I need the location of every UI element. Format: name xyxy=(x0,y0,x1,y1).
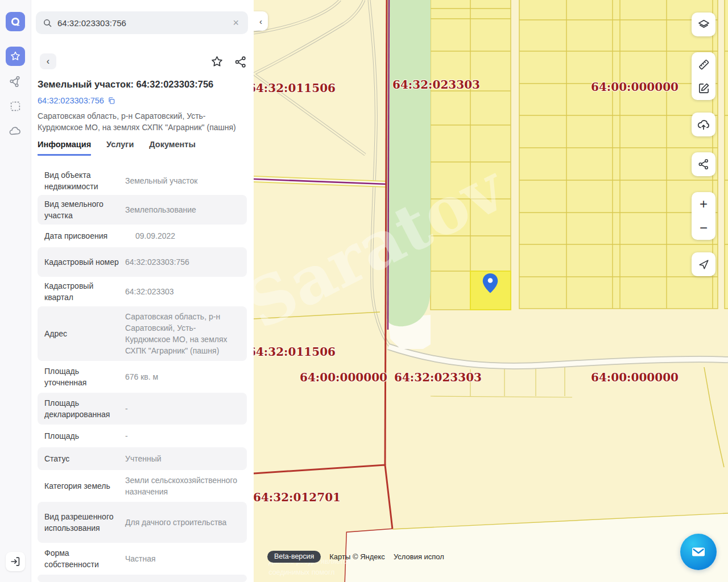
table-row: Вид объекта недвижимости Земельный участ… xyxy=(38,166,247,195)
attributes-table: Вид объекта недвижимости Земельный участ… xyxy=(38,166,247,582)
table-row: Вид земельного участка Землепользование xyxy=(38,195,247,225)
star-icon xyxy=(9,50,22,63)
map-art: Saratov 64:32:011506 64:32:023303 64:00:… xyxy=(254,0,728,582)
unzoned-region xyxy=(345,513,728,582)
row-label: Кадастровый квартал xyxy=(44,280,119,303)
quarter-label: 64:32:011506 xyxy=(254,345,336,359)
map-share-button[interactable] xyxy=(692,152,715,176)
table-row: Дата присвоения 09.09.2022 xyxy=(38,225,247,247)
quarter-label: 64:32:012701 xyxy=(254,490,341,504)
row-label: Вид разрешенного использования xyxy=(44,511,119,534)
tabs: Информация Услуги Документы xyxy=(38,140,196,156)
ruler-button[interactable] xyxy=(692,52,715,76)
terms-link[interactable]: Условия испол xyxy=(394,552,444,561)
quarter-boundaries xyxy=(254,312,724,467)
exit-icon xyxy=(9,555,22,568)
upload-control xyxy=(692,113,715,136)
row-value: 64:32:023303 xyxy=(125,286,240,297)
table-row: Форма собственности Частная xyxy=(38,543,247,575)
row-label: Кадастровый номер xyxy=(44,256,119,268)
cloud-icon xyxy=(9,124,22,138)
collapse-panel-button[interactable]: ‹ xyxy=(254,11,268,31)
tab-documents[interactable]: Документы xyxy=(149,140,196,156)
logo-icon xyxy=(9,15,22,28)
measure-edit-control xyxy=(692,52,715,100)
info-panel: × ‹ Земельный участок: 64:32:023303:756 … xyxy=(31,0,254,582)
search-input[interactable] xyxy=(57,18,230,28)
app-logo[interactable] xyxy=(6,12,25,31)
quarter-label: 64:32:011506 xyxy=(254,81,336,95)
row-label: Вид объекта недвижимости xyxy=(44,169,119,192)
quarter-label: 64:32:023303 xyxy=(392,78,480,92)
row-value: Для дачного строительства xyxy=(125,517,240,528)
zoom-out-glyph: − xyxy=(700,221,708,235)
quarter-label: 64:00:000000 xyxy=(300,371,387,384)
star-outline-icon xyxy=(210,55,224,69)
layers-icon xyxy=(697,18,710,31)
exit-button[interactable] xyxy=(6,552,25,571)
cloud-upload-icon xyxy=(697,118,710,131)
quarter-label: 64:32:023303 xyxy=(394,371,482,384)
zoom-in-button[interactable]: + xyxy=(692,192,715,216)
row-value: Земли сельскохозяйственного назначения xyxy=(125,475,240,497)
chat-button[interactable] xyxy=(680,534,717,570)
clear-search-icon[interactable]: × xyxy=(230,16,241,29)
header-actions xyxy=(209,54,248,69)
row-value: 09.09.2022 xyxy=(135,230,240,242)
cadastral-number-link[interactable]: 64:32:023303:756 xyxy=(38,96,115,105)
row-value: 64:32:023303:756 xyxy=(125,256,240,268)
tab-services[interactable]: Услуги xyxy=(106,140,134,156)
edit-icon xyxy=(697,82,710,95)
row-label: Адрес xyxy=(44,328,119,339)
row-value: Частная xyxy=(125,553,240,564)
share-button[interactable] xyxy=(233,54,248,69)
edit-button[interactable] xyxy=(692,76,715,100)
row-label: Дата присвоения xyxy=(44,230,130,242)
page-title: Земельный участок: 64:32:023303:756 xyxy=(38,79,248,90)
cadastral-number-text: 64:32:023303:756 xyxy=(38,96,104,105)
table-row: Кадастровый номер 64:32:023303:756 xyxy=(38,247,247,277)
cadastral-map-app: × ‹ Земельный участок: 64:32:023303:756 … xyxy=(0,0,728,582)
table-row: Категория земель Земли сельскохозяйствен… xyxy=(38,470,247,502)
favorite-button[interactable] xyxy=(209,54,225,69)
copy-icon[interactable] xyxy=(107,97,115,105)
table-row: Статус Учтенный xyxy=(38,447,247,470)
sidebar-item-cloud[interactable] xyxy=(6,122,25,141)
zoom-out-button[interactable]: − xyxy=(692,216,715,240)
left-rail xyxy=(0,0,31,582)
sidebar-item-favorites[interactable] xyxy=(6,47,25,66)
table-row xyxy=(38,575,247,582)
tab-information[interactable]: Информация xyxy=(38,140,91,156)
sidebar-item-selection[interactable] xyxy=(6,97,25,116)
row-value: - xyxy=(125,430,240,442)
watermark-line: соединимых помогл xyxy=(268,568,334,576)
upload-button[interactable] xyxy=(692,113,715,136)
search-bar: × xyxy=(36,11,248,34)
layers-button[interactable] xyxy=(692,13,715,36)
row-label: Площадь уточненная xyxy=(44,365,119,388)
sidebar-item-objects[interactable] xyxy=(6,72,25,91)
share-nodes-icon xyxy=(697,158,710,171)
row-label: Площадь декларированная xyxy=(44,397,119,420)
purple-road xyxy=(254,179,387,184)
row-label: Форма собственности xyxy=(44,547,119,570)
map-canvas[interactable]: Saratov 64:32:011506 64:32:023303 64:00:… xyxy=(254,0,728,582)
table-row: Площадь - xyxy=(38,425,247,447)
table-row: Площадь декларированная - xyxy=(38,393,247,425)
locate-control xyxy=(692,252,715,276)
ruler-icon xyxy=(697,58,710,71)
table-row: Площадь уточненная 676 кв. м xyxy=(38,361,247,393)
navigation-arrow-icon xyxy=(697,258,710,271)
locate-button[interactable] xyxy=(692,252,715,276)
maps-copyright: Карты © Яндекс xyxy=(329,552,385,561)
beta-badge: Beta-версия xyxy=(267,551,321,563)
row-label: Категория земель xyxy=(44,480,119,492)
share-control xyxy=(692,152,715,176)
graph-nodes-icon xyxy=(9,74,22,88)
quarter-label: 64:00:000000 xyxy=(591,371,679,384)
back-button[interactable]: ‹ xyxy=(40,53,56,69)
share-icon xyxy=(234,55,247,69)
row-value: Саратовская область, р-н Саратовский, Ус… xyxy=(125,311,240,356)
search-icon xyxy=(43,18,52,28)
quarter-label: 64:00:000000 xyxy=(591,80,679,94)
